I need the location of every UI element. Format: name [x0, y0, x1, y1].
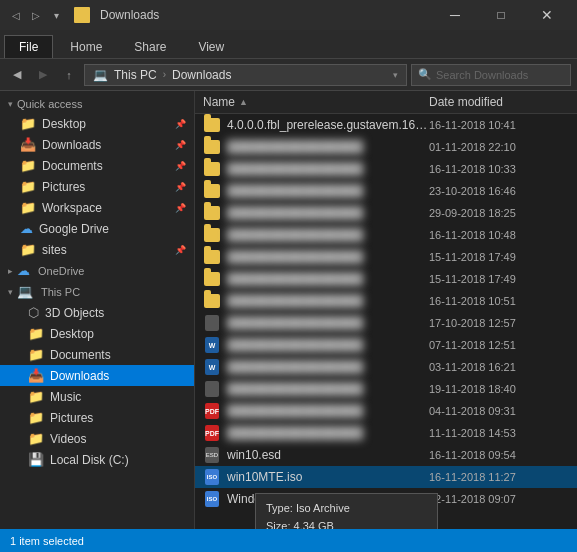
table-row[interactable]: PDF████████████████11-11-2018 14:53	[195, 422, 577, 444]
sidebar-item-sites[interactable]: 📁 sites 📌	[0, 239, 194, 260]
col-name-label[interactable]: Name	[203, 95, 235, 109]
sidebar-item-pictures[interactable]: 📁 Pictures 📌	[0, 176, 194, 197]
sidebar-item-label: Local Disk (C:)	[50, 453, 186, 467]
file-date: 17-10-2018 12:57	[429, 317, 569, 329]
path-downloads[interactable]: Downloads	[172, 68, 231, 82]
file-date: 15-11-2018 17:49	[429, 251, 569, 263]
folder-icon	[203, 116, 221, 134]
sidebar-item-desktop[interactable]: 📁 Desktop 📌	[0, 113, 194, 134]
folder-icon: 📁	[28, 431, 44, 446]
folder-icon	[203, 138, 221, 156]
table-row[interactable]: ESDwin10.esd16-11-2018 09:54	[195, 444, 577, 466]
file-date: 16-11-2018 11:27	[429, 471, 569, 483]
pin-icon: 📌	[175, 245, 186, 255]
tab-share[interactable]: Share	[119, 35, 181, 58]
table-row[interactable]: ████████████████16-11-2018 10:48	[195, 224, 577, 246]
workspace-icon: 📁	[20, 200, 36, 215]
sidebar-item-pictures2[interactable]: 📁 Pictures	[0, 407, 194, 428]
search-box[interactable]: 🔍 Search Downloads	[411, 64, 571, 86]
dropdown-icon[interactable]: ▾	[48, 7, 64, 23]
sidebar-item-videos[interactable]: 📁 Videos	[0, 428, 194, 449]
sidebar-item-local-disk[interactable]: 💾 Local Disk (C:)	[0, 449, 194, 470]
sidebar-item-downloads[interactable]: 📥 Downloads 📌	[0, 134, 194, 155]
file-list-header: Name ▲ Date modified	[195, 91, 577, 114]
table-row[interactable]: W████████████████03-11-2018 16:21	[195, 356, 577, 378]
sidebar-item-label: Workspace	[42, 201, 167, 215]
folder-icon	[203, 160, 221, 178]
table-row[interactable]: ████████████████23-10-2018 16:46	[195, 180, 577, 202]
sidebar-item-label: Pictures	[42, 180, 167, 194]
file-date: 11-11-2018 14:53	[429, 427, 569, 439]
table-row[interactable]: ████████████████16-11-2018 10:33	[195, 158, 577, 180]
up-button[interactable]: ↑	[58, 64, 80, 86]
sidebar-item-google-drive[interactable]: ☁ Google Drive	[0, 218, 194, 239]
sidebar-item-downloads2[interactable]: 📥 Downloads	[0, 365, 194, 386]
forward-icon[interactable]: ▷	[28, 7, 44, 23]
generic-icon	[203, 380, 221, 398]
file-name: win10.esd	[227, 448, 429, 462]
folder-icon: 📁	[20, 158, 36, 173]
table-row[interactable]: ████████████████29-09-2018 18:25	[195, 202, 577, 224]
file-date: 29-09-2018 18:25	[429, 207, 569, 219]
folder-icon: 📁	[28, 389, 44, 404]
main-content: ▾ Quick access 📁 Desktop 📌 📥 Downloads 📌…	[0, 91, 577, 529]
path-sep-1: ›	[163, 69, 166, 80]
generic-icon	[203, 314, 221, 332]
sidebar-item-documents2[interactable]: 📁 Documents	[0, 344, 194, 365]
forward-button: ▶	[32, 64, 54, 86]
table-row[interactable]: ████████████████16-11-2018 10:51	[195, 290, 577, 312]
sidebar-item-documents[interactable]: 📁 Documents 📌	[0, 155, 194, 176]
sidebar-section-this-pc[interactable]: ▾ 💻 This PC	[0, 281, 194, 302]
file-date: 16-11-2018 10:41	[429, 119, 569, 131]
sort-arrow-icon: ▲	[239, 97, 248, 107]
tab-view[interactable]: View	[183, 35, 239, 58]
table-row[interactable]: PDF████████████████04-11-2018 09:31	[195, 400, 577, 422]
sidebar-item-workspace[interactable]: 📁 Workspace 📌	[0, 197, 194, 218]
sidebar-item-desktop2[interactable]: 📁 Desktop	[0, 323, 194, 344]
sidebar-item-label: Documents	[42, 159, 167, 173]
table-row[interactable]: ████████████████01-11-2018 22:10	[195, 136, 577, 158]
minimize-btn[interactable]: ─	[433, 1, 477, 29]
sidebar-item-label: sites	[42, 243, 167, 257]
sidebar-section-quick-access[interactable]: ▾ Quick access	[0, 95, 194, 113]
cloud-icon: ☁	[20, 221, 33, 236]
file-name: win10MTE.iso	[227, 470, 429, 484]
back-button[interactable]: ◀	[6, 64, 28, 86]
table-row[interactable]: 4.0.0.0.fbl_prerelease.gustavem.160815-0…	[195, 114, 577, 136]
sidebar-item-label: Music	[50, 390, 186, 404]
file-name: ████████████████	[227, 162, 429, 176]
col-date-label[interactable]: Date modified	[429, 95, 569, 109]
maximize-btn[interactable]: □	[479, 1, 523, 29]
table-row[interactable]: ████████████████17-10-2018 12:57	[195, 312, 577, 334]
table-row[interactable]: W████████████████07-11-2018 12:51	[195, 334, 577, 356]
tab-file[interactable]: File	[4, 35, 53, 58]
sidebar-item-music[interactable]: 📁 Music	[0, 386, 194, 407]
path-dropdown-icon[interactable]: ▾	[393, 70, 398, 80]
back-icon[interactable]: ◁	[8, 7, 24, 23]
table-row[interactable]: ISOWindos_10_Insider_Preview_Client_64..…	[195, 488, 577, 510]
sidebar-item-label: Desktop	[50, 327, 186, 341]
file-name: ████████████████	[227, 404, 429, 418]
folder-icon	[203, 248, 221, 266]
file-pane: Name ▲ Date modified 4.0.0.0.fbl_prerele…	[195, 91, 577, 529]
sidebar-section-onedrive[interactable]: ▸ ☁ OneDrive	[0, 260, 194, 281]
tab-home[interactable]: Home	[55, 35, 117, 58]
table-row[interactable]: ████████████████19-11-2018 18:40	[195, 378, 577, 400]
table-row[interactable]: ████████████████15-11-2018 17:49	[195, 246, 577, 268]
file-date: 01-11-2018 22:10	[429, 141, 569, 153]
sidebar-item-label: Desktop	[42, 117, 167, 131]
folder-icon	[203, 226, 221, 244]
address-path[interactable]: 💻 This PC › Downloads ▾	[84, 64, 407, 86]
file-name: ████████████████	[227, 250, 429, 264]
path-this-pc[interactable]: This PC	[114, 68, 157, 82]
sidebar: ▾ Quick access 📁 Desktop 📌 📥 Downloads 📌…	[0, 91, 195, 529]
close-btn[interactable]: ✕	[525, 1, 569, 29]
file-date: 07-11-2018 12:51	[429, 339, 569, 351]
search-placeholder: Search Downloads	[436, 69, 528, 81]
folder-icon	[74, 7, 90, 23]
table-row[interactable]: ISOwin10MTE.iso16-11-2018 11:27Type: Iso…	[195, 466, 577, 488]
sidebar-item-3d-objects[interactable]: ⬡ 3D Objects	[0, 302, 194, 323]
folder-icon: 📁	[28, 326, 44, 341]
pdf-icon: PDF	[203, 402, 221, 420]
table-row[interactable]: ████████████████15-11-2018 17:49	[195, 268, 577, 290]
